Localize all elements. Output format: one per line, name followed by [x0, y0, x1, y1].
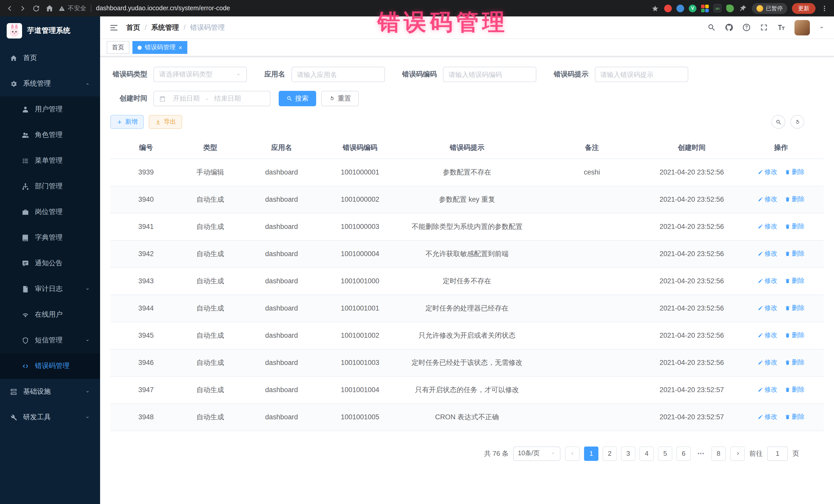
- cell-type: 自动生成: [182, 240, 239, 267]
- avatar-caret-icon[interactable]: [819, 24, 825, 30]
- goto-label: 前往: [749, 449, 763, 458]
- delete-link[interactable]: 删除: [785, 195, 805, 204]
- delete-link[interactable]: 删除: [785, 249, 805, 258]
- error-hint-input[interactable]: [595, 67, 688, 82]
- delete-link[interactable]: 删除: [785, 358, 805, 367]
- cell-app: dashboard: [239, 403, 324, 431]
- sidebar-item-user[interactable]: 用户管理: [0, 96, 100, 122]
- edit-link[interactable]: 修改: [757, 222, 777, 231]
- sidebar-item-dev-tools[interactable]: 研发工具: [0, 404, 100, 430]
- fullscreen-icon[interactable]: [760, 23, 768, 32]
- help-icon[interactable]: [742, 23, 751, 32]
- search-button[interactable]: 搜索: [279, 91, 316, 106]
- sidebar-item-error-code[interactable]: 错误码管理: [0, 353, 100, 379]
- browser-menu-icon[interactable]: [820, 4, 829, 13]
- pagination-ellipsis[interactable]: •••: [695, 446, 707, 461]
- forward-icon[interactable]: [19, 4, 27, 13]
- delete-link[interactable]: 删除: [785, 386, 805, 394]
- error-code-label: 错误码编码: [402, 70, 437, 79]
- breadcrumb-home[interactable]: 首页: [126, 23, 140, 32]
- page-5-button[interactable]: 5: [658, 446, 672, 461]
- paused-badge[interactable]: 已暂停: [752, 3, 787, 14]
- sidebar-toggle-icon[interactable]: [109, 23, 118, 32]
- tab-close-icon[interactable]: ×: [179, 44, 182, 50]
- chevron-up-icon: [85, 81, 90, 86]
- ext-blue-icon[interactable]: [676, 4, 684, 12]
- page-2-button[interactable]: 2: [602, 446, 617, 461]
- reset-button[interactable]: 重置: [321, 91, 359, 106]
- delete-link[interactable]: 删除: [785, 168, 805, 177]
- edit-link[interactable]: 修改: [757, 249, 777, 258]
- refresh-table-button[interactable]: [790, 115, 804, 129]
- page-3-button[interactable]: 3: [621, 446, 635, 461]
- sidebar-item-system[interactable]: 系统管理: [0, 71, 100, 96]
- error-code-input[interactable]: [443, 67, 536, 82]
- delete-link[interactable]: 删除: [785, 331, 805, 340]
- app-logo[interactable]: 芋道管理系统: [0, 17, 100, 45]
- page-1-button[interactable]: 1: [584, 446, 598, 461]
- pen-icon: [757, 169, 763, 175]
- export-button[interactable]: 导出: [149, 115, 182, 129]
- sidebar-item-dept[interactable]: 部门管理: [0, 174, 100, 199]
- github-icon[interactable]: [725, 23, 733, 32]
- toggle-search-button[interactable]: [771, 115, 785, 129]
- edit-link[interactable]: 修改: [757, 386, 777, 394]
- sidebar-item-notice[interactable]: 通知公告: [0, 250, 100, 276]
- delete-link[interactable]: 删除: [785, 277, 805, 285]
- tab-home[interactable]: 首页: [107, 41, 129, 54]
- tab-error-code[interactable]: 错误码管理×: [132, 41, 187, 54]
- sidebar-item-audit-log[interactable]: 审计日志: [0, 276, 100, 302]
- delete-link[interactable]: 删除: [785, 304, 805, 312]
- error-type-select[interactable]: 请选择错误码类型: [153, 67, 247, 82]
- font-size-icon[interactable]: [777, 23, 786, 32]
- breadcrumb-system[interactable]: 系统管理: [151, 23, 179, 32]
- ext-vue-devtools-icon[interactable]: V: [689, 4, 697, 12]
- prev-page-button[interactable]: [565, 446, 579, 461]
- sidebar-item-post[interactable]: 岗位管理: [0, 199, 100, 225]
- ext-red-icon[interactable]: [664, 4, 672, 12]
- ext-switch-icon[interactable]: on: [714, 4, 722, 12]
- date-range-picker[interactable]: 开始日期 - 结束日期: [153, 91, 270, 106]
- cell-id: 3947: [110, 376, 182, 403]
- bookmark-star-icon[interactable]: [651, 4, 659, 13]
- pen-icon: [757, 387, 763, 393]
- update-button[interactable]: 更新: [792, 3, 815, 14]
- page-6-button[interactable]: 6: [676, 446, 691, 461]
- ext-grid-icon[interactable]: [701, 4, 709, 12]
- sidebar-item-online-user[interactable]: 在线用户: [0, 302, 100, 327]
- header-search-icon[interactable]: [707, 23, 716, 32]
- user-avatar[interactable]: [794, 20, 810, 35]
- ext-leaf-icon[interactable]: [726, 4, 734, 12]
- back-icon[interactable]: [5, 4, 14, 13]
- edit-link[interactable]: 修改: [757, 413, 777, 421]
- extensions-pin-icon[interactable]: [739, 4, 747, 13]
- edit-link[interactable]: 修改: [757, 358, 777, 367]
- page-8-button[interactable]: 8: [711, 446, 726, 461]
- goto-page-input[interactable]: [767, 446, 788, 461]
- delete-link[interactable]: 删除: [785, 413, 805, 421]
- delete-link[interactable]: 删除: [785, 222, 805, 231]
- sidebar-item-menu[interactable]: 菜单管理: [0, 148, 100, 174]
- next-page-button[interactable]: [730, 446, 745, 461]
- reload-icon[interactable]: [32, 4, 41, 13]
- edit-link[interactable]: 修改: [757, 304, 777, 312]
- sidebar-item-home[interactable]: 首页: [0, 45, 100, 71]
- sidebar-item-dict[interactable]: 字典管理: [0, 225, 100, 250]
- app-name-input[interactable]: [291, 67, 385, 82]
- sidebar-item-role[interactable]: 角色管理: [0, 122, 100, 148]
- page-size-select[interactable]: 10条/页: [513, 446, 561, 461]
- sidebar-item-sms[interactable]: 短信管理: [0, 327, 100, 353]
- edit-link[interactable]: 修改: [757, 277, 777, 285]
- security-indicator[interactable]: 不安全: [59, 4, 86, 13]
- cell-time: 2021-04-20 23:52:56: [645, 322, 738, 349]
- add-button[interactable]: 新增: [110, 115, 144, 129]
- chevron-right-icon: [735, 451, 740, 456]
- sidebar-item-infra[interactable]: 基础设施: [0, 379, 100, 404]
- page-4-button[interactable]: 4: [639, 446, 654, 461]
- url-text[interactable]: dashboard.yudao.iocoder.cn/system/error-…: [96, 5, 230, 12]
- browser-home-icon[interactable]: [45, 4, 54, 13]
- edit-link[interactable]: 修改: [757, 195, 777, 204]
- edit-link[interactable]: 修改: [757, 331, 777, 340]
- edit-link[interactable]: 修改: [757, 168, 777, 177]
- cell-type: 自动生成: [182, 267, 239, 294]
